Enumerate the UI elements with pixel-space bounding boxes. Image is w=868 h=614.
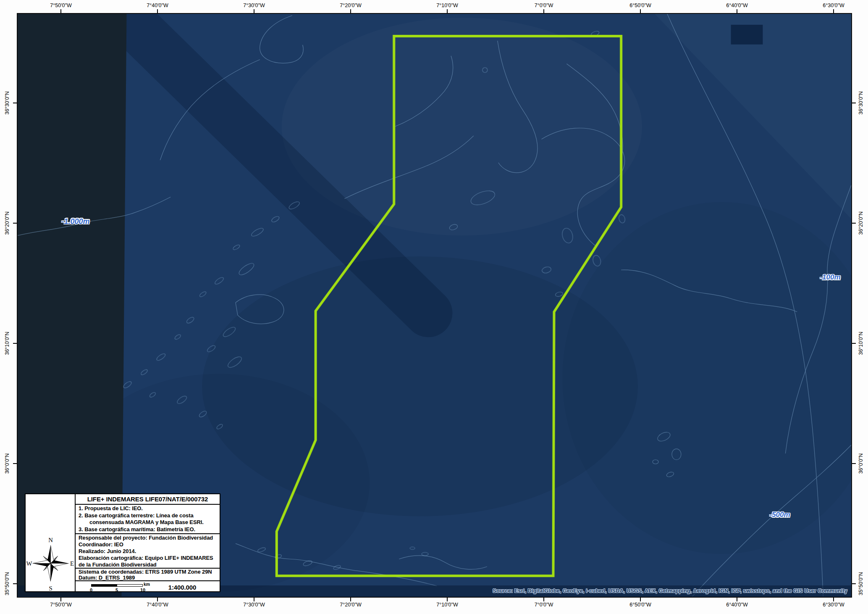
- lon-label-top: 7°10'0"W: [436, 3, 458, 8]
- tick-mark: [833, 9, 834, 13]
- lon-label-top: 6°50'0"W: [629, 3, 651, 8]
- info-box-content: LIFE+ INDEMARES LIFE07/NAT/E/000732 1. P…: [76, 494, 220, 591]
- tick-mark: [13, 223, 17, 224]
- scale-tick-label: 10: [140, 588, 145, 593]
- lat-label-left: 36°0'0"N: [4, 453, 10, 474]
- depth-label: -500m: [769, 511, 790, 519]
- depth-label: -1.000m: [61, 217, 89, 226]
- tick-mark: [833, 598, 834, 601]
- lat-label-left: 36°30'0"N: [4, 91, 10, 115]
- coordinate-system-line: Sistema de coordenadas: ETRS 1989 UTM Zo…: [79, 569, 218, 575]
- map-layout-page: 7°50'0"W 7°40'0"W 7°30'0"W 7°20'0"W 7°10…: [0, 0, 868, 614]
- tick-mark: [13, 463, 17, 464]
- tick-mark: [60, 598, 61, 601]
- tick-mark: [852, 343, 856, 344]
- scale-bar-row: 0 5 10 km 1:400.000: [76, 580, 220, 593]
- tick-mark: [543, 598, 544, 601]
- credit-line: Realizado: Junio 2014.: [79, 548, 218, 555]
- tick-mark: [13, 583, 17, 584]
- tick-mark: [543, 9, 544, 13]
- lon-label-bottom: 7°40'0"W: [147, 602, 168, 608]
- imagery-dark-patch: [731, 25, 763, 45]
- tick-mark: [13, 343, 17, 344]
- compass-star: [33, 545, 68, 581]
- scale-tick-label: 0: [90, 588, 92, 593]
- coordinate-system-info: Sistema de coordenadas: ETRS 1989 UTM Zo…: [76, 568, 220, 580]
- lon-label-bottom: 7°10'0"W: [436, 602, 458, 608]
- lon-label-top: 6°30'0"W: [823, 3, 844, 8]
- compass-cell: N S E W: [26, 494, 76, 591]
- tick-mark: [852, 103, 856, 103]
- lat-label-right: 36°30'0"N: [858, 91, 864, 115]
- lon-label-bottom: 6°50'0"W: [629, 602, 651, 608]
- map-canvas: -1.000m -100m -500m Source: Esri, Digita…: [17, 13, 852, 598]
- compass-west-label: W: [26, 560, 32, 567]
- lon-label-top: 7°50'0"W: [50, 3, 71, 8]
- scale-ratio: 1:400.000: [168, 584, 197, 591]
- scale-bar-segment-filled: [91, 584, 117, 587]
- compass-rose: N S E W: [26, 533, 75, 594]
- compass-north-label: N: [48, 537, 53, 543]
- data-sources-list: 1. Propuesta de LIC: IEO. 2. Base cartog…: [76, 504, 220, 533]
- scale-tick-label: 5: [115, 588, 118, 593]
- credit-line: Coordinador: IEO: [79, 541, 218, 548]
- lon-label-bottom: 7°50'0"W: [50, 602, 71, 608]
- tick-mark: [350, 598, 351, 601]
- tick-mark: [157, 9, 158, 13]
- lat-label-right: 35°50'0"N: [858, 572, 864, 596]
- depth-label: -100m: [820, 273, 840, 282]
- tick-mark: [447, 9, 448, 13]
- tick-mark: [254, 598, 254, 601]
- compass-east-label: E: [70, 560, 74, 567]
- tick-mark: [157, 598, 158, 601]
- credit-line: Responsable del proyecto: Fundación Biod…: [79, 535, 218, 541]
- lon-label-bottom: 6°40'0"W: [726, 602, 747, 608]
- source-item: 3. Base cartográfica marítima: Batimetrí…: [79, 526, 218, 533]
- tick-mark: [447, 598, 448, 601]
- lat-label-right: 36°20'0"N: [858, 211, 864, 235]
- tick-mark: [13, 103, 17, 103]
- source-item: 2. Base cartográfica terrestre: Línea de…: [79, 512, 218, 519]
- lon-label-bottom: 7°30'0"W: [243, 602, 265, 608]
- project-title: LIFE+ INDEMARES LIFE07/NAT/E/000732: [76, 494, 220, 504]
- tick-mark: [640, 9, 641, 13]
- scale-bar-segment-empty: [117, 584, 143, 587]
- tick-mark: [852, 223, 856, 224]
- lon-label-bottom: 6°30'0"W: [823, 602, 844, 608]
- lon-label-bottom: 7°20'0"W: [340, 602, 361, 608]
- lat-label-left: 36°20'0"N: [4, 211, 10, 235]
- tick-mark: [852, 463, 856, 464]
- lat-label-left: 36°10'0"N: [4, 332, 10, 355]
- credit-line: Elaboración cartográfica: Equipo LIFE+ I…: [79, 555, 218, 561]
- tick-mark: [60, 9, 61, 13]
- compass-south-label: S: [49, 585, 52, 592]
- source-item-continuation: consensuada MAGRAMA y Mapa Base ESRI.: [79, 519, 218, 526]
- scale-unit-label: km: [144, 582, 150, 587]
- lon-label-bottom: 7°0'0"W: [535, 602, 553, 608]
- project-credits: Responsable del proyecto: Fundación Biod…: [76, 533, 220, 568]
- lon-label-top: 7°40'0"W: [147, 3, 168, 8]
- tick-mark: [852, 583, 856, 584]
- lon-label-top: 6°40'0"W: [726, 3, 747, 8]
- lon-label-top: 7°20'0"W: [340, 3, 361, 8]
- lat-label-right: 36°0'0"N: [858, 453, 864, 474]
- lon-label-top: 7°30'0"W: [243, 3, 265, 8]
- tick-mark: [737, 598, 737, 601]
- map-info-box: N S E W LIFE+ INDEMARES LIFE07/NAT/E/000…: [25, 493, 220, 592]
- tick-mark: [254, 9, 254, 13]
- lat-label-right: 36°10'0"N: [858, 332, 864, 355]
- tick-mark: [737, 9, 737, 13]
- source-item: 1. Propuesta de LIC: IEO.: [79, 505, 218, 512]
- lat-label-left: 35°50'0"N: [4, 572, 10, 596]
- lon-label-top: 7°0'0"W: [535, 3, 553, 8]
- tick-mark: [640, 598, 641, 601]
- tick-mark: [350, 9, 351, 13]
